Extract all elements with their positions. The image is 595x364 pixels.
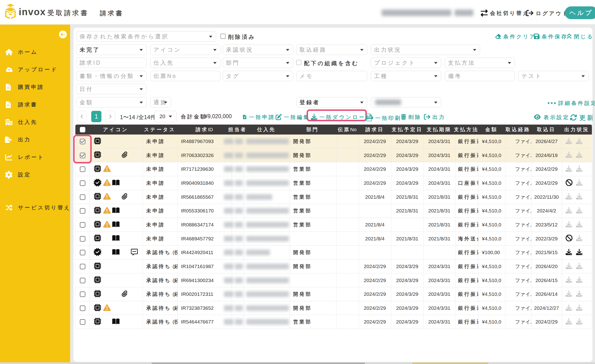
svg-text:PDF: PDF: [367, 117, 372, 119]
